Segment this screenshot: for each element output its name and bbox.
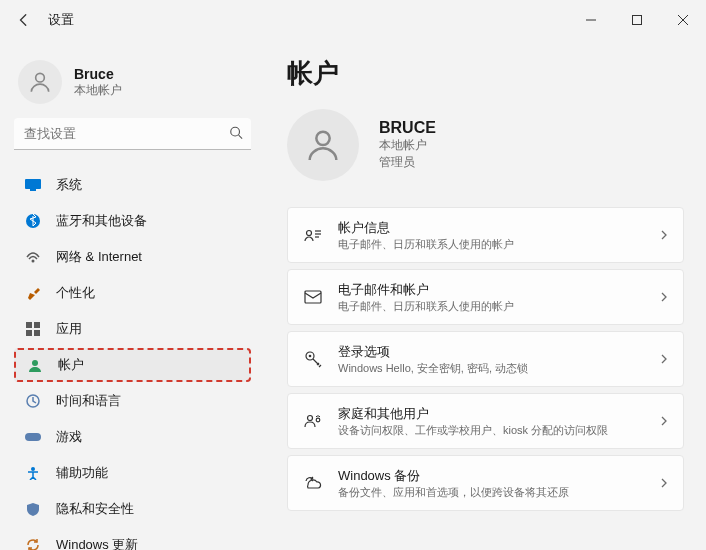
brush-icon <box>24 284 42 302</box>
key-icon <box>302 348 324 370</box>
backup-icon <box>302 472 324 494</box>
card-family-users[interactable]: 家庭和其他用户 设备访问权限、工作或学校用户、kiosk 分配的访问权限 <box>287 393 684 449</box>
search-container <box>14 118 251 150</box>
sidebar-item-windows-update[interactable]: Windows 更新 <box>14 528 251 550</box>
svg-rect-5 <box>25 179 41 189</box>
chevron-right-icon <box>659 476 669 491</box>
id-card-icon <box>302 224 324 246</box>
window-controls <box>568 4 706 36</box>
svg-point-2 <box>36 73 45 82</box>
card-account-info[interactable]: 帐户信息 电子邮件、日历和联系人使用的帐户 <box>287 207 684 263</box>
account-role: 管理员 <box>379 154 436 171</box>
card-title: 登录选项 <box>338 343 659 361</box>
card-desc: Windows Hello, 安全密钥, 密码, 动态锁 <box>338 361 659 376</box>
account-header: BRUCE 本地帐户 管理员 <box>287 109 684 181</box>
account-type: 本地帐户 <box>379 137 436 154</box>
svg-point-24 <box>309 355 312 358</box>
chevron-right-icon <box>659 290 669 305</box>
titlebar: 设置 <box>0 0 706 40</box>
minimize-button[interactable] <box>568 4 614 36</box>
svg-point-13 <box>32 360 38 366</box>
sidebar-item-label: 辅助功能 <box>56 464 108 482</box>
sidebar-item-label: 时间和语言 <box>56 392 121 410</box>
user-type: 本地帐户 <box>74 82 122 99</box>
svg-line-4 <box>239 135 243 139</box>
search-input[interactable] <box>14 118 251 150</box>
svg-point-3 <box>231 127 240 136</box>
sidebar-item-label: Windows 更新 <box>56 536 138 550</box>
sidebar-item-accounts[interactable]: 帐户 <box>14 348 251 382</box>
svg-rect-10 <box>34 322 40 328</box>
sidebar-item-bluetooth[interactable]: 蓝牙和其他设备 <box>14 204 251 238</box>
window-title: 设置 <box>48 11 74 29</box>
card-title: Windows 备份 <box>338 467 659 485</box>
card-desc: 设备访问权限、工作或学校用户、kiosk 分配的访问权限 <box>338 423 659 438</box>
sidebar-item-gaming[interactable]: 游戏 <box>14 420 251 454</box>
arrow-left-icon <box>17 13 31 27</box>
sidebar-item-time-language[interactable]: 时间和语言 <box>14 384 251 418</box>
bluetooth-icon <box>24 212 42 230</box>
content-area: 帐户 BRUCE 本地帐户 管理员 帐户信息 电子邮件、日历和联系人使用的帐户 <box>265 40 706 550</box>
family-icon <box>302 410 324 432</box>
svg-point-17 <box>316 132 329 145</box>
back-button[interactable] <box>12 8 36 32</box>
settings-cards: 帐户信息 电子邮件、日历和联系人使用的帐户 电子邮件和帐户 电子邮件、日历和联系… <box>287 207 684 511</box>
svg-rect-1 <box>633 16 642 25</box>
page-title: 帐户 <box>287 56 684 91</box>
svg-point-8 <box>32 260 35 263</box>
person-icon <box>27 69 53 95</box>
sidebar-item-label: 应用 <box>56 320 82 338</box>
sidebar-item-privacy[interactable]: 隐私和安全性 <box>14 492 251 526</box>
card-signin-options[interactable]: 登录选项 Windows Hello, 安全密钥, 密码, 动态锁 <box>287 331 684 387</box>
card-title: 家庭和其他用户 <box>338 405 659 423</box>
apps-icon <box>24 320 42 338</box>
chevron-right-icon <box>659 352 669 367</box>
card-desc: 电子邮件、日历和联系人使用的帐户 <box>338 299 659 314</box>
sidebar-item-network[interactable]: 网络 & Internet <box>14 240 251 274</box>
system-icon <box>24 176 42 194</box>
mail-icon <box>302 286 324 308</box>
svg-rect-12 <box>34 330 40 336</box>
sidebar-item-label: 帐户 <box>58 356 84 374</box>
person-icon <box>303 125 343 165</box>
account-name: BRUCE <box>379 119 436 137</box>
shield-icon <box>24 500 42 518</box>
sidebar-item-accessibility[interactable]: 辅助功能 <box>14 456 251 490</box>
sidebar-item-label: 隐私和安全性 <box>56 500 134 518</box>
close-button[interactable] <box>660 4 706 36</box>
sidebar-item-label: 游戏 <box>56 428 82 446</box>
sidebar-item-label: 个性化 <box>56 284 95 302</box>
sidebar-item-personalization[interactable]: 个性化 <box>14 276 251 310</box>
update-icon <box>24 536 42 550</box>
svg-rect-9 <box>26 322 32 328</box>
svg-point-25 <box>308 416 313 421</box>
chevron-right-icon <box>659 414 669 429</box>
sidebar: Bruce 本地帐户 系统 蓝牙和其他设备 网络 & Internet <box>0 40 265 550</box>
card-windows-backup[interactable]: Windows 备份 备份文件、应用和首选项，以便跨设备将其还原 <box>287 455 684 511</box>
svg-rect-11 <box>26 330 32 336</box>
card-title: 电子邮件和帐户 <box>338 281 659 299</box>
sidebar-item-label: 蓝牙和其他设备 <box>56 212 147 230</box>
sidebar-item-apps[interactable]: 应用 <box>14 312 251 346</box>
maximize-icon <box>632 15 642 25</box>
sidebar-item-label: 系统 <box>56 176 82 194</box>
account-icon <box>26 356 44 374</box>
svg-point-18 <box>307 231 312 236</box>
account-avatar[interactable] <box>287 109 359 181</box>
maximize-button[interactable] <box>614 4 660 36</box>
sidebar-item-label: 网络 & Internet <box>56 248 142 266</box>
user-avatar <box>18 60 62 104</box>
gaming-icon <box>24 428 42 446</box>
svg-point-26 <box>316 418 320 422</box>
sidebar-item-system[interactable]: 系统 <box>14 168 251 202</box>
accessibility-icon <box>24 464 42 482</box>
close-icon <box>678 15 688 25</box>
card-email-accounts[interactable]: 电子邮件和帐户 电子邮件、日历和联系人使用的帐户 <box>287 269 684 325</box>
minimize-icon <box>586 15 596 25</box>
user-name: Bruce <box>74 66 122 82</box>
svg-rect-15 <box>25 433 41 441</box>
svg-rect-6 <box>30 189 36 191</box>
sidebar-profile[interactable]: Bruce 本地帐户 <box>18 60 247 104</box>
card-desc: 备份文件、应用和首选项，以便跨设备将其还原 <box>338 485 659 500</box>
nav-list: 系统 蓝牙和其他设备 网络 & Internet 个性化 应用 帐户 <box>14 168 251 550</box>
